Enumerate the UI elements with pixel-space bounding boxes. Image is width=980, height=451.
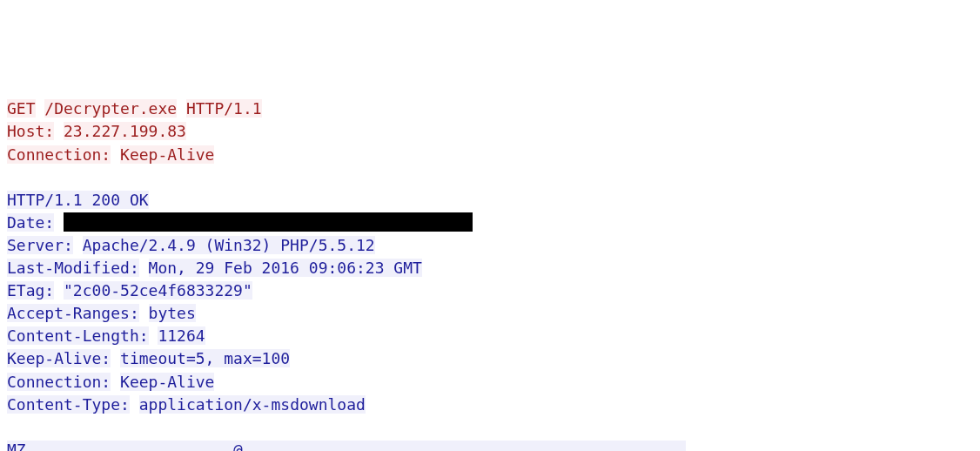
status-text: HTTP/1.1 200 OK [7,191,149,209]
request-connection-header: Connection: Keep-Alive [7,145,214,164]
contenttype-label: Content-Type: [7,395,130,414]
host-label: Host: [7,122,54,140]
keepalive-label: Keep-Alive: [7,349,111,367]
request-host-header: Host: 23.227.199.83 [7,122,186,140]
response-date-header: Date: [7,213,473,232]
request-line: GET /Decrypter.exe HTTP/1.1 [7,99,262,118]
lastmod-value: Mon, 29 Feb 2016 09:06:23 GMT [149,259,422,277]
response-etag-header: ETag: "2c00-52ce4f6833229" [7,281,252,300]
request-method: GET [7,99,36,118]
response-contenttype-header: Content-Type: application/x-msdownload [7,395,366,414]
redacted-date-value [64,212,473,232]
keepalive-value: timeout=5, max=100 [120,349,290,367]
server-label: Server: [7,236,73,254]
response-keepalive-header: Keep-Alive: timeout=5, max=100 [7,349,290,367]
http-stream: GET /Decrypter.exe HTTP/1.1 Host: 23.227… [7,98,973,451]
acceptranges-value: bytes [149,304,196,322]
server-value: Apache/2.4.9 (Win32) PHP/5.5.12 [83,236,375,254]
response-connection-header: Connection: Keep-Alive [7,373,214,391]
etag-value: "2c00-52ce4f6833229" [64,281,252,300]
acceptranges-label: Accept-Ranges: [7,304,139,322]
conn-value-resp: Keep-Alive [120,373,214,391]
contentlength-label: Content-Length: [7,326,149,345]
etag-label: ETag: [7,281,54,300]
response-server-header: Server: Apache/2.4.9 (Win32) PHP/5.5.12 [7,236,375,254]
response-status-line: HTTP/1.1 200 OK [7,191,149,209]
conn-label-resp: Connection: [7,373,111,391]
date-label: Date: [7,213,54,232]
lastmod-label: Last-Modified: [7,259,139,277]
conn-label: Connection: [7,145,111,164]
host-value: 23.227.199.83 [64,122,186,140]
response-acceptranges-header: Accept-Ranges: bytes [7,304,196,322]
response-body: MZ......................@...............… [7,441,686,451]
contenttype-value: application/x-msdownload [139,395,366,414]
conn-value: Keep-Alive [120,145,214,164]
request-path: /Decrypter.exe [44,99,177,118]
contentlength-value: 11264 [158,326,205,345]
response-lastmod-header: Last-Modified: Mon, 29 Feb 2016 09:06:23… [7,259,422,277]
response-contentlength-header: Content-Length: 11264 [7,326,205,345]
request-proto: HTTP/1.1 [186,99,262,118]
